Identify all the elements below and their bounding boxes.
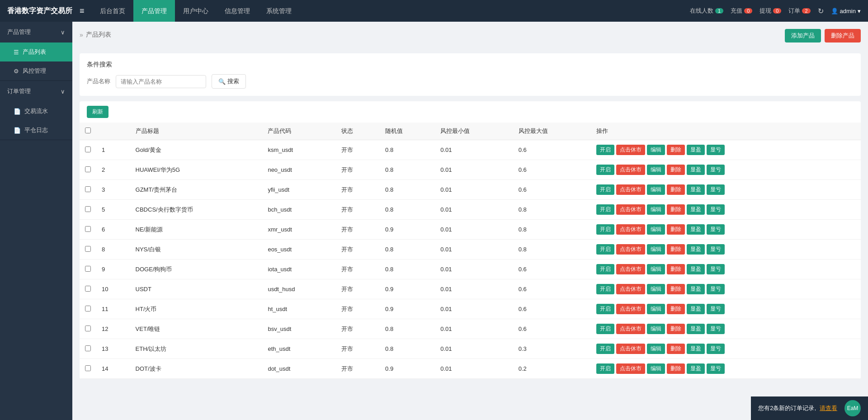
show-loss-button[interactable]: 显亏	[707, 184, 725, 195]
open-button[interactable]: 开启	[596, 344, 614, 354]
close-button[interactable]: 点击休市	[616, 224, 645, 235]
delete-button[interactable]: 删除	[667, 324, 685, 334]
show-profit-button[interactable]: 显盈	[687, 324, 705, 334]
show-profit-button[interactable]: 显盈	[687, 244, 705, 255]
nav-system-management[interactable]: 系统管理	[258, 0, 300, 22]
admin-menu[interactable]: 👤 admin ▾	[831, 8, 861, 14]
show-profit-button[interactable]: 显盈	[687, 184, 705, 195]
edit-button[interactable]: 编辑	[647, 284, 665, 294]
show-profit-button[interactable]: 显盈	[687, 145, 705, 155]
show-loss-button[interactable]: 显亏	[707, 344, 725, 354]
nav-product-management[interactable]: 产品管理	[133, 0, 175, 22]
menu-toggle-icon[interactable]: ≡	[80, 6, 85, 16]
open-button[interactable]: 开启	[596, 264, 614, 274]
close-button[interactable]: 点击休市	[616, 344, 645, 354]
close-button[interactable]: 点击休市	[616, 184, 645, 195]
sidebar-item-transaction-flow[interactable]: 📄 交易流水	[0, 102, 72, 121]
edit-button[interactable]: 编辑	[647, 184, 665, 195]
open-button[interactable]: 开启	[596, 224, 614, 235]
open-button[interactable]: 开启	[596, 184, 614, 195]
delete-button[interactable]: 删除	[667, 204, 685, 215]
edit-button[interactable]: 编辑	[647, 324, 665, 334]
edit-button[interactable]: 编辑	[647, 304, 665, 314]
show-loss-button[interactable]: 显亏	[707, 224, 725, 235]
delete-button[interactable]: 删除	[667, 344, 685, 354]
nav-info-management[interactable]: 信息管理	[217, 0, 258, 22]
row-checkbox[interactable]	[85, 326, 91, 331]
nav-user-center[interactable]: 用户中心	[175, 0, 217, 22]
search-input[interactable]	[116, 75, 206, 88]
close-button[interactable]: 点击休市	[616, 204, 645, 215]
sidebar-item-product-list[interactable]: ☰ 产品列表	[0, 42, 72, 61]
open-button[interactable]: 开启	[596, 244, 614, 255]
delete-button[interactable]: 删除	[667, 284, 685, 294]
row-checkbox[interactable]	[85, 345, 91, 351]
row-checkbox[interactable]	[85, 286, 91, 292]
delete-button[interactable]: 删除	[667, 224, 685, 235]
row-checkbox[interactable]	[85, 266, 91, 272]
show-loss-button[interactable]: 显亏	[707, 284, 725, 294]
row-checkbox[interactable]	[85, 306, 91, 311]
row-checkbox[interactable]	[85, 206, 91, 212]
open-button[interactable]: 开启	[596, 165, 614, 175]
search-button[interactable]: 🔍 搜索	[212, 74, 246, 89]
show-profit-button[interactable]: 显盈	[687, 284, 705, 294]
close-button[interactable]: 点击休市	[616, 284, 645, 294]
edit-button[interactable]: 编辑	[647, 204, 665, 215]
delete-button[interactable]: 删除	[667, 184, 685, 195]
show-profit-button[interactable]: 显盈	[687, 344, 705, 354]
sidebar-item-risk-management[interactable]: ⚙ 风控管理	[0, 61, 72, 80]
delete-button[interactable]: 删除	[667, 264, 685, 274]
row-checkbox[interactable]	[85, 365, 91, 371]
edit-button[interactable]: 编辑	[647, 145, 665, 155]
row-checkbox[interactable]	[85, 226, 91, 232]
close-button[interactable]: 点击休市	[616, 264, 645, 274]
show-loss-button[interactable]: 显亏	[707, 145, 725, 155]
delete-product-button[interactable]: 删除产品	[825, 29, 861, 42]
show-loss-button[interactable]: 显亏	[707, 204, 725, 215]
delete-button[interactable]: 删除	[667, 304, 685, 314]
open-button[interactable]: 开启	[596, 204, 614, 215]
add-product-button[interactable]: 添加产品	[785, 29, 821, 42]
notification-link[interactable]: 请查看	[820, 404, 837, 412]
refresh-icon[interactable]: ↻	[818, 7, 824, 15]
show-profit-button[interactable]: 显盈	[687, 264, 705, 274]
select-all-checkbox[interactable]	[85, 127, 91, 133]
delete-button[interactable]: 删除	[667, 165, 685, 175]
close-button[interactable]: 点击休市	[616, 165, 645, 175]
sidebar-product-management-toggle[interactable]: 产品管理 ∨	[0, 22, 72, 42]
edit-button[interactable]: 编辑	[647, 244, 665, 255]
edit-button[interactable]: 编辑	[647, 165, 665, 175]
edit-button[interactable]: 编辑	[647, 363, 665, 374]
refresh-button[interactable]: 刷新	[87, 106, 108, 118]
row-checkbox[interactable]	[85, 166, 91, 172]
show-loss-button[interactable]: 显亏	[707, 165, 725, 175]
edit-button[interactable]: 编辑	[647, 344, 665, 354]
delete-button[interactable]: 删除	[667, 145, 685, 155]
close-button[interactable]: 点击休市	[616, 363, 645, 374]
show-profit-button[interactable]: 显盈	[687, 304, 705, 314]
open-button[interactable]: 开启	[596, 304, 614, 314]
edit-button[interactable]: 编辑	[647, 264, 665, 274]
nav-home[interactable]: 后台首页	[92, 0, 133, 22]
open-button[interactable]: 开启	[596, 145, 614, 155]
close-button[interactable]: 点击休市	[616, 304, 645, 314]
show-loss-button[interactable]: 显亏	[707, 324, 725, 334]
open-button[interactable]: 开启	[596, 363, 614, 374]
show-profit-button[interactable]: 显盈	[687, 363, 705, 374]
edit-button[interactable]: 编辑	[647, 224, 665, 235]
show-loss-button[interactable]: 显亏	[707, 264, 725, 274]
delete-button[interactable]: 删除	[667, 363, 685, 374]
close-button[interactable]: 点击休市	[616, 145, 645, 155]
show-loss-button[interactable]: 显亏	[707, 363, 725, 374]
delete-button[interactable]: 删除	[667, 244, 685, 255]
row-checkbox[interactable]	[85, 146, 91, 152]
sidebar-order-management-toggle[interactable]: 订单管理 ∨	[0, 81, 72, 102]
row-checkbox[interactable]	[85, 186, 91, 192]
close-button[interactable]: 点击休市	[616, 324, 645, 334]
close-button[interactable]: 点击休市	[616, 244, 645, 255]
open-button[interactable]: 开启	[596, 284, 614, 294]
show-profit-button[interactable]: 显盈	[687, 165, 705, 175]
open-button[interactable]: 开启	[596, 324, 614, 334]
show-loss-button[interactable]: 显亏	[707, 244, 725, 255]
